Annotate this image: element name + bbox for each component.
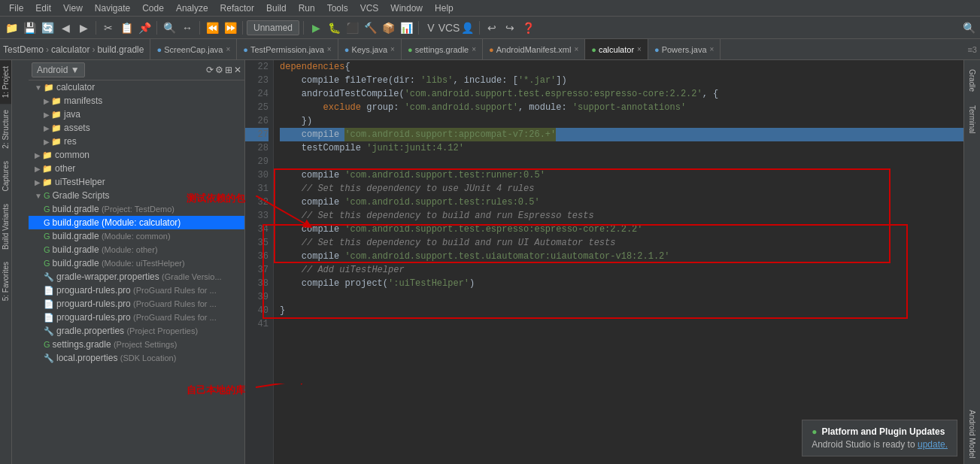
tree-label-local-props: local.properties (SDK Location) bbox=[56, 353, 176, 363]
toolbar-undo-btn[interactable]: ↩ bbox=[484, 20, 500, 36]
toolbar-run-fwd[interactable]: ⏩ bbox=[222, 20, 238, 36]
folder-icon-other: 📁 bbox=[42, 164, 53, 174]
tree-item-settings-gradle[interactable]: G settings.gradle (Project Settings) bbox=[29, 338, 244, 351]
tab-close-powers[interactable]: × bbox=[710, 45, 715, 53]
tab-close-settings[interactable]: × bbox=[472, 45, 476, 53]
breadcrumb-testdemo[interactable]: TestDemo bbox=[3, 44, 44, 55]
toolbar-btn-sync[interactable]: 🔄 bbox=[39, 20, 56, 36]
code-line-22: dependencies { bbox=[280, 60, 974, 74]
tree-expand-btn[interactable]: ⊞ bbox=[225, 65, 232, 75]
toolbar-btn-paste[interactable]: 📌 bbox=[136, 20, 153, 36]
tab-close-testperm[interactable]: × bbox=[327, 45, 332, 53]
tree-item-res[interactable]: ▶ 📁 res bbox=[29, 135, 244, 148]
tree-item-java[interactable]: ▶ 📁 java bbox=[29, 108, 244, 121]
tree-sync-btn[interactable]: ⟳ bbox=[206, 65, 214, 75]
left-tab-build-variants[interactable]: Build Variants bbox=[0, 198, 11, 256]
menu-view[interactable]: View bbox=[57, 2, 89, 15]
tree-item-other[interactable]: ▶ 📁 other bbox=[29, 162, 244, 175]
tab-keys[interactable]: ● Keys.java × bbox=[338, 39, 402, 60]
toolbar-btn-replace[interactable]: ↔ bbox=[179, 20, 196, 36]
tab-manifest[interactable]: ● AndroidManifest.xml × bbox=[483, 39, 585, 60]
file-icon-proguard2: 📄 bbox=[44, 299, 54, 309]
tab-screencap[interactable]: ● ScreenCap.java × bbox=[150, 39, 237, 60]
menu-navigate[interactable]: Navigate bbox=[89, 2, 136, 15]
toolbar-btn-back[interactable]: ◀ bbox=[57, 20, 74, 36]
tree-item-gradle-scripts[interactable]: ▼ G Gradle Scripts bbox=[29, 189, 244, 202]
toolbar-btn-fwd[interactable]: ▶ bbox=[75, 20, 92, 36]
project-name-selector[interactable]: Unnamed bbox=[247, 20, 299, 35]
toolbar-btn-find[interactable]: 🔍 bbox=[161, 20, 177, 36]
tree-item-build-gradle-project[interactable]: G build.gradle (Project: TestDemo) bbox=[29, 202, 244, 216]
tab-calculator[interactable]: ● calculator × bbox=[585, 39, 648, 60]
toolbar-profile-btn[interactable]: 👤 bbox=[459, 20, 475, 36]
menu-code[interactable]: Code bbox=[136, 2, 170, 15]
toolbar-run-btn[interactable]: ▶ bbox=[308, 20, 324, 36]
toolbar-search-btn[interactable]: 🔍 bbox=[960, 20, 977, 36]
tree-item-calculator[interactable]: ▼ 📁 calculator bbox=[29, 80, 244, 94]
left-tab-favorites[interactable]: 5: Favorites bbox=[0, 256, 11, 307]
code-editor[interactable]: dependencies { compile fileTree(dir: 'li… bbox=[274, 60, 980, 464]
tree-item-proguard-3[interactable]: 📄 proguard-rules.pro (ProGuard Rules for… bbox=[29, 311, 244, 324]
toolbar-vcs2-btn[interactable]: VCS bbox=[441, 20, 457, 36]
left-tab-project[interactable]: 1: Project bbox=[0, 60, 11, 104]
tab-testperm[interactable]: ● TestPermission.java × bbox=[237, 39, 338, 60]
toolbar-debug-btn[interactable]: 🐛 bbox=[326, 20, 342, 36]
toolbar-stop-btn[interactable]: ⬛ bbox=[344, 20, 360, 36]
right-tab-android-model[interactable]: Android Model bbox=[966, 404, 978, 464]
left-tab-captures[interactable]: Captures bbox=[0, 155, 11, 198]
menu-help[interactable]: Help bbox=[429, 2, 460, 15]
tree-item-gradle-props[interactable]: 🔧 gradle.properties (Project Properties) bbox=[29, 324, 244, 338]
tree-item-proguard-1[interactable]: 📄 proguard-rules.pro (ProGuard Rules for… bbox=[29, 284, 244, 297]
tab-close-keys[interactable]: × bbox=[390, 45, 395, 53]
tree-item-manifests[interactable]: ▶ 📁 manifests bbox=[29, 94, 244, 108]
notification-link[interactable]: update. bbox=[918, 439, 948, 450]
menu-analyze[interactable]: Analyze bbox=[170, 2, 214, 15]
toolbar-redo-btn[interactable]: ↪ bbox=[502, 20, 518, 36]
right-tab-terminal[interactable]: Terminal bbox=[966, 99, 978, 140]
breadcrumb-buildgradle[interactable]: build.gradle bbox=[97, 44, 144, 55]
tab-settings-gradle[interactable]: ● settings.gradle × bbox=[402, 39, 483, 60]
menu-tools[interactable]: Tools bbox=[321, 2, 354, 15]
tree-item-assets[interactable]: ▶ 📁 assets bbox=[29, 121, 244, 135]
toolbar-build-btn[interactable]: 🔨 bbox=[362, 20, 378, 36]
tree-item-build-gradle-common[interactable]: G build.gradle (Module: common) bbox=[29, 229, 244, 243]
tree-item-local-props[interactable]: 🔧 local.properties (SDK Location) bbox=[29, 351, 244, 365]
toolbar-help-btn[interactable]: ❓ bbox=[520, 20, 536, 36]
tree-item-common[interactable]: ▶ 📁 common bbox=[29, 148, 244, 162]
toolbar-btn-b[interactable]: 📊 bbox=[398, 20, 414, 36]
tree-item-uitesthelper[interactable]: ▶ 📁 uiTestHelper bbox=[29, 175, 244, 189]
toolbar-btn-a[interactable]: 📦 bbox=[380, 20, 396, 36]
tree-label-java: java bbox=[64, 109, 80, 120]
tab-close-calculator[interactable]: × bbox=[637, 45, 642, 53]
tree-close-btn[interactable]: ✕ bbox=[234, 65, 241, 75]
breadcrumb-calculator[interactable]: calculator bbox=[51, 44, 90, 55]
menu-file[interactable]: File bbox=[3, 2, 29, 15]
toolbar-run-back[interactable]: ⏪ bbox=[204, 20, 220, 36]
left-tab-structure[interactable]: 2: Structure bbox=[0, 104, 11, 155]
toolbar-btn-1[interactable]: 📁 bbox=[3, 20, 20, 36]
tree-dropdown-android[interactable]: Android ▼ bbox=[32, 62, 85, 77]
menu-run[interactable]: Run bbox=[293, 2, 321, 15]
tree-item-proguard-2[interactable]: 📄 proguard-rules.pro (ProGuard Rules for… bbox=[29, 297, 244, 311]
toolbar-vcs-btn[interactable]: V bbox=[423, 20, 439, 36]
tree-item-gradle-wrapper[interactable]: 🔧 gradle-wrapper.properties (Gradle Vers… bbox=[29, 270, 244, 284]
right-tab-gradle[interactable]: Gradle bbox=[966, 63, 978, 98]
menu-build[interactable]: Build bbox=[260, 2, 293, 15]
tree-item-build-gradle-calculator[interactable]: G build.gradle (Module: calculator) bbox=[29, 216, 244, 229]
tree-arrow-uitesthelper: ▶ bbox=[35, 178, 41, 187]
toolbar-btn-copy[interactable]: 📋 bbox=[118, 20, 135, 36]
menu-refactor[interactable]: Refactor bbox=[214, 2, 260, 15]
tab-close-manifest[interactable]: × bbox=[574, 45, 578, 53]
sidebar: Android ▼ ⟳ ⚙ ⊞ ✕ ▼ 📁 calculator bbox=[12, 60, 245, 464]
tree-item-build-gradle-uitesthelper[interactable]: G build.gradle (Module: uiTestHelper) bbox=[29, 256, 244, 270]
tree-item-build-gradle-other[interactable]: G build.gradle (Module: other) bbox=[29, 243, 244, 256]
tab-close-screencap[interactable]: × bbox=[226, 45, 230, 53]
file-icon-local-props: 🔧 bbox=[44, 353, 54, 363]
toolbar-btn-2[interactable]: 💾 bbox=[21, 20, 38, 36]
menu-window[interactable]: Window bbox=[384, 2, 429, 15]
menu-vcs[interactable]: VCS bbox=[354, 2, 385, 15]
toolbar-btn-cut[interactable]: ✂ bbox=[100, 20, 117, 36]
tab-powers[interactable]: ● Powers.java × bbox=[648, 39, 721, 60]
tree-gear-btn[interactable]: ⚙ bbox=[215, 65, 223, 75]
menu-edit[interactable]: Edit bbox=[29, 2, 57, 15]
